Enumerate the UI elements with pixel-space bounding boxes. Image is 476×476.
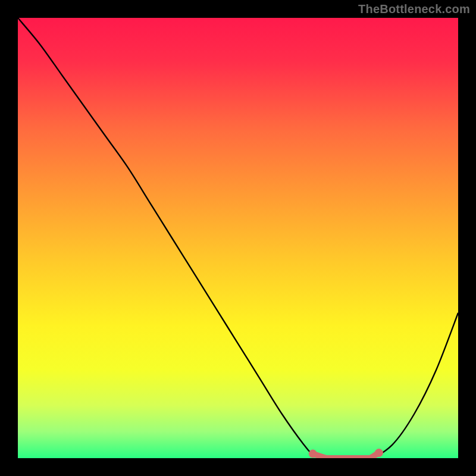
sweet-spot-start-dot [309, 450, 317, 458]
watermark-text: TheBottleneck.com [358, 2, 470, 16]
bottleneck-curve [18, 18, 458, 458]
plot-area [18, 18, 458, 458]
curve-layer [18, 18, 458, 458]
sweet-spot-highlight [313, 453, 379, 458]
sweet-spot-end-dot [375, 449, 383, 457]
chart-frame: TheBottleneck.com [0, 0, 476, 476]
